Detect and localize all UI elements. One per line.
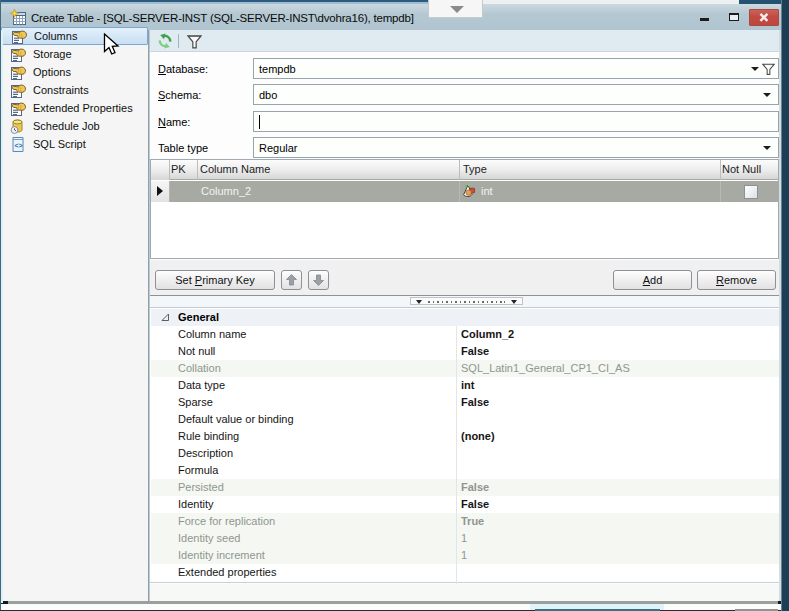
svg-text:<>: <> — [15, 142, 23, 149]
